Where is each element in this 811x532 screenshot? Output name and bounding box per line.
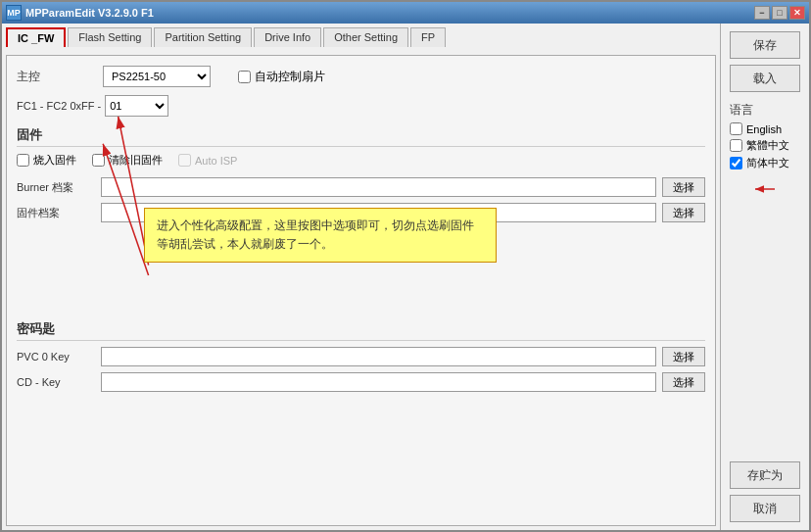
window-title: MPParamEdit V3.2.9.0 F1 — [25, 7, 154, 19]
tab-flash-setting[interactable]: Flash Setting — [68, 27, 152, 47]
cd-select-btn[interactable]: 选择 — [662, 372, 705, 392]
main-window: MP MPParamEdit V3.2.9.0 F1 − □ ✕ IC _FW … — [0, 0, 811, 532]
simplified-checkbox[interactable] — [730, 157, 742, 169]
cancel-button[interactable]: 取消 — [730, 495, 800, 522]
traditional-checkbox[interactable] — [730, 139, 742, 152]
tab-content: 主控 PS2251-50 PS2251-60 PS2251-07 自动控制扇片 … — [6, 55, 716, 526]
fc-label: FC1 - FC2 0xFF - — [17, 100, 101, 112]
cd-row: CD - Key 选择 — [17, 372, 705, 392]
clear-checkbox[interactable] — [92, 154, 105, 167]
title-bar-left: MP MPParamEdit V3.2.9.0 F1 — [6, 5, 154, 21]
auto-isp-checkbox[interactable] — [178, 154, 191, 167]
pvc-label: PVC 0 Key — [17, 351, 95, 363]
tab-partition-setting[interactable]: Partition Setting — [154, 27, 252, 47]
burner-select-btn[interactable]: 选择 — [662, 177, 705, 197]
clear-firmware-option[interactable]: 清除旧固件 — [92, 153, 163, 168]
pvc-row: PVC 0 Key 选择 — [17, 347, 705, 366]
password-section: 密码匙 PVC 0 Key 选择 CD - Key 选择 — [17, 320, 705, 392]
traditional-label: 繁體中文 — [746, 138, 789, 153]
save-as-button[interactable]: 存贮为 — [730, 461, 800, 489]
firmware-select-btn[interactable]: 选择 — [662, 203, 705, 222]
tooltip-box: 进入个性化高级配置，这里按图中选项即可，切勿点选刷固件等胡乱尝试，本人就刷废了一… — [144, 208, 497, 263]
window-controls: − □ ✕ — [754, 6, 805, 20]
fc-row: FC1 - FC2 0xFF - 01 02 03 — [17, 95, 705, 117]
tab-drive-info[interactable]: Drive Info — [254, 27, 321, 47]
app-icon: MP — [6, 5, 22, 21]
auto-isp-option[interactable]: Auto ISP — [178, 154, 237, 167]
title-bar: MP MPParamEdit V3.2.9.0 F1 − □ ✕ — [2, 2, 809, 24]
auto-control-label: 自动控制扇片 — [255, 69, 325, 85]
burn-label: 烧入固件 — [33, 153, 76, 168]
language-section: 语言 English 繁體中文 简体中文 — [730, 102, 800, 173]
save-button[interactable]: 保存 — [730, 31, 800, 59]
pvc-input[interactable] — [101, 347, 656, 366]
firmware-checkboxes: 烧入固件 清除旧固件 Auto ISP — [17, 153, 705, 171]
traditional-option[interactable]: 繁體中文 — [730, 138, 800, 153]
tab-other-setting[interactable]: Other Setting — [323, 27, 408, 47]
main-controller-row: 主控 PS2251-50 PS2251-60 PS2251-07 自动控制扇片 — [17, 66, 705, 87]
english-checkbox[interactable] — [730, 122, 742, 135]
close-button[interactable]: ✕ — [789, 6, 805, 20]
tab-bar: IC _FW Flash Setting Partition Setting D… — [6, 27, 716, 47]
auto-control-row: 自动控制扇片 — [238, 69, 325, 85]
fc-select[interactable]: 01 02 03 — [105, 95, 168, 117]
auto-isp-label: Auto ISP — [195, 155, 237, 167]
burner-label: Burner 档案 — [17, 180, 95, 195]
tooltip-text: 进入个性化高级配置，这里按图中选项即可，切勿点选刷固件等胡乱尝试，本人就刷废了一… — [157, 218, 474, 251]
burner-row: Burner 档案 选择 — [17, 177, 705, 197]
cd-input[interactable] — [101, 372, 656, 392]
pvc-select-btn[interactable]: 选择 — [662, 347, 705, 366]
right-panel: 保存 载入 语言 English 繁體中文 简体中文 — [721, 24, 809, 530]
auto-control-checkbox[interactable] — [238, 71, 251, 83]
clear-label: 清除旧固件 — [109, 153, 163, 168]
password-title: 密码匙 — [17, 320, 705, 341]
burn-firmware-option[interactable]: 烧入固件 — [17, 153, 76, 168]
main-content: IC _FW Flash Setting Partition Setting D… — [2, 24, 809, 530]
english-option[interactable]: English — [730, 122, 800, 135]
main-controller-select[interactable]: PS2251-50 PS2251-60 PS2251-07 — [103, 66, 211, 87]
left-panel: IC _FW Flash Setting Partition Setting D… — [2, 24, 721, 530]
firmware-file-label: 固件档案 — [17, 206, 95, 220]
load-button[interactable]: 载入 — [730, 65, 800, 92]
main-controller-label: 主控 — [17, 69, 95, 85]
lang-arrow-svg — [750, 179, 780, 199]
minimize-button[interactable]: − — [754, 6, 770, 20]
tab-ic-fw[interactable]: IC _FW — [6, 27, 66, 47]
language-title: 语言 — [730, 102, 800, 119]
maximize-button[interactable]: □ — [772, 6, 787, 20]
english-label: English — [746, 123, 782, 135]
firmware-title: 固件 — [17, 126, 705, 147]
burn-checkbox[interactable] — [17, 154, 29, 167]
simplified-option[interactable]: 简体中文 — [730, 156, 800, 170]
burner-input[interactable] — [101, 177, 656, 197]
tab-fp[interactable]: FP — [410, 27, 446, 47]
simplified-label: 简体中文 — [746, 156, 789, 170]
cd-label: CD - Key — [17, 376, 95, 388]
